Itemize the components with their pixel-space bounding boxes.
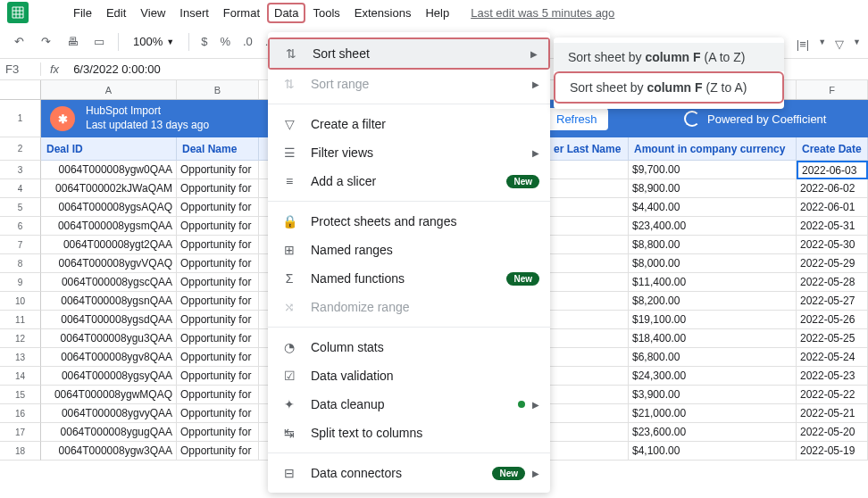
cell-amount[interactable]: $19,100.00: [629, 311, 797, 329]
cell-deal-id[interactable]: 0064T000008ygugQAA: [41, 423, 177, 442]
row-number[interactable]: 1: [0, 100, 41, 137]
cell-deal-id[interactable]: 0064T000008ygw0QAA: [41, 161, 177, 179]
cell-create-date[interactable]: 2022-05-19: [797, 442, 868, 461]
row-number[interactable]: 14: [0, 367, 41, 386]
row-number[interactable]: 16: [0, 404, 41, 423]
col-header-F[interactable]: F: [797, 80, 868, 99]
cell-deal-id[interactable]: 0064T000002kJWaQAM: [41, 179, 177, 198]
cell-deal-name[interactable]: Opportunity for: [177, 386, 259, 404]
cell-create-date[interactable]: 2022-05-22: [797, 386, 868, 404]
row-number[interactable]: 4: [0, 179, 41, 198]
cell-deal-name[interactable]: Opportunity for: [177, 198, 259, 217]
cell-deal-name[interactable]: Opportunity for: [177, 367, 259, 386]
cell-amount[interactable]: $24,300.00: [629, 367, 797, 386]
formula-input[interactable]: 6/3/2022 0:00:00: [68, 62, 166, 76]
menu-extensions[interactable]: Extensions: [347, 3, 419, 23]
menu-named-ranges[interactable]: ⊞ Named ranges: [268, 236, 550, 264]
paint-format-icon[interactable]: ▭: [88, 30, 111, 54]
select-all-corner[interactable]: [0, 80, 41, 99]
cell-deal-name[interactable]: Opportunity for: [177, 236, 259, 254]
cell-deal-name[interactable]: Opportunity for: [177, 273, 259, 292]
cell-create-date[interactable]: 2022-05-26: [797, 311, 868, 329]
print-icon[interactable]: 🖶: [61, 30, 84, 54]
cell-amount[interactable]: $3,900.00: [629, 386, 797, 404]
cell-amount[interactable]: $4,100.00: [629, 442, 797, 461]
format-percent[interactable]: %: [215, 35, 235, 48]
cell-deal-name[interactable]: Opportunity for: [177, 329, 259, 348]
cell-amount[interactable]: $18,400.00: [629, 329, 797, 348]
cell-deal-id[interactable]: 0064T000008ygwMQAQ: [41, 386, 177, 404]
row-number[interactable]: 12: [0, 329, 41, 348]
sheets-logo[interactable]: [7, 2, 29, 23]
menu-data-connectors[interactable]: ⊟ Data connectors New ▶: [268, 459, 550, 487]
menu-sort-sheet[interactable]: ⇅ Sort sheet ▶: [270, 39, 548, 68]
row-number[interactable]: 8: [0, 254, 41, 273]
cell-deal-name[interactable]: Opportunity for: [177, 423, 259, 442]
name-box[interactable]: F3: [0, 62, 41, 76]
cell-amount[interactable]: $21,000.00: [629, 404, 797, 423]
cell-amount[interactable]: $23,400.00: [629, 217, 797, 236]
menu-file[interactable]: File: [66, 3, 99, 23]
menu-help[interactable]: Help: [418, 3, 456, 23]
cell-deal-name[interactable]: Opportunity for: [177, 217, 259, 236]
cell-deal-id[interactable]: 0064T000008ygsdQAA: [41, 311, 177, 329]
menu-add-slicer[interactable]: ≡ Add a slicer New: [268, 167, 550, 195]
cell-amount[interactable]: $9,700.00: [629, 161, 797, 179]
cell-deal-name[interactable]: Opportunity for: [177, 311, 259, 329]
cell-create-date[interactable]: 2022-05-30: [797, 236, 868, 254]
zoom-dropdown[interactable]: 100% ▼: [126, 35, 181, 48]
cell-amount[interactable]: $8,800.00: [629, 236, 797, 254]
cell-create-date[interactable]: 2022-05-29: [797, 254, 868, 273]
row-number[interactable]: 17: [0, 423, 41, 442]
row-number[interactable]: 2: [0, 137, 41, 161]
cell-amount[interactable]: $4,400.00: [629, 198, 797, 217]
cell-create-date[interactable]: 2022-05-21: [797, 404, 868, 423]
refresh-button[interactable]: Refresh: [546, 108, 608, 130]
cell-deal-name[interactable]: Opportunity for: [177, 404, 259, 423]
cell-deal-name[interactable]: Opportunity for: [177, 292, 259, 311]
menu-view[interactable]: View: [133, 3, 172, 23]
cell-amount[interactable]: $6,800.00: [629, 348, 797, 367]
cell-amount[interactable]: $8,000.00: [629, 254, 797, 273]
row-number[interactable]: 11: [0, 311, 41, 329]
th-deal-id[interactable]: Deal ID: [41, 137, 177, 161]
row-number[interactable]: 10: [0, 292, 41, 311]
menu-data[interactable]: Data: [267, 3, 305, 23]
th-deal-name[interactable]: Deal Name: [177, 137, 259, 161]
cell-create-date[interactable]: 2022-05-25: [797, 329, 868, 348]
menu-data-validation[interactable]: ☑ Data validation: [268, 361, 550, 390]
cell-deal-id[interactable]: 0064T000008ygu3QAA: [41, 329, 177, 348]
menu-insert[interactable]: Insert: [172, 3, 216, 23]
row-number[interactable]: 6: [0, 217, 41, 236]
cell-amount[interactable]: $8,900.00: [629, 179, 797, 198]
row-number[interactable]: 3: [0, 161, 41, 179]
row-number[interactable]: 13: [0, 348, 41, 367]
undo-icon[interactable]: ↶: [7, 30, 30, 54]
menu-create-filter[interactable]: ▽ Create a filter: [268, 110, 550, 138]
cell-deal-id[interactable]: 0064T000008ygv8QAA: [41, 348, 177, 367]
cell-create-date[interactable]: 2022-05-28: [797, 273, 868, 292]
cell-deal-id[interactable]: 0064T000008ygscQAA: [41, 273, 177, 292]
row-number[interactable]: 18: [0, 442, 41, 461]
cell-create-date[interactable]: 2022-05-31: [797, 217, 868, 236]
th-last-name[interactable]: er Last Name: [548, 137, 629, 161]
th-amount[interactable]: Amount in company currency: [629, 137, 797, 161]
menu-format[interactable]: Format: [216, 3, 267, 23]
cell-deal-name[interactable]: Opportunity for: [177, 442, 259, 461]
cell-create-date[interactable]: 2022-05-24: [797, 348, 868, 367]
menu-data-cleanup[interactable]: ✦ Data cleanup ▶: [268, 390, 550, 419]
cell-amount[interactable]: $11,400.00: [629, 273, 797, 292]
last-edit-link[interactable]: Last edit was 5 minutes ago: [471, 6, 614, 20]
redo-icon[interactable]: ↷: [34, 30, 57, 54]
cell-deal-id[interactable]: 0064T000008ygsnQAA: [41, 292, 177, 311]
menu-split-text[interactable]: ↹ Split text to columns: [268, 419, 550, 447]
sort-az[interactable]: Sort sheet by column F (A to Z): [554, 43, 784, 71]
cell-create-date[interactable]: 2022-06-01: [797, 198, 868, 217]
cell-deal-id[interactable]: 0064T000008ygvVQAQ: [41, 254, 177, 273]
cell-create-date[interactable]: 2022-05-27: [797, 292, 868, 311]
cell-deal-id[interactable]: 0064T000008ygvyQAA: [41, 404, 177, 423]
filter-icon[interactable]: ▽: [835, 37, 844, 51]
cell-deal-id[interactable]: 0064T000008ygsAQAQ: [41, 198, 177, 217]
cell-create-date[interactable]: 2022-06-03: [797, 161, 868, 179]
row-number[interactable]: 15: [0, 386, 41, 404]
